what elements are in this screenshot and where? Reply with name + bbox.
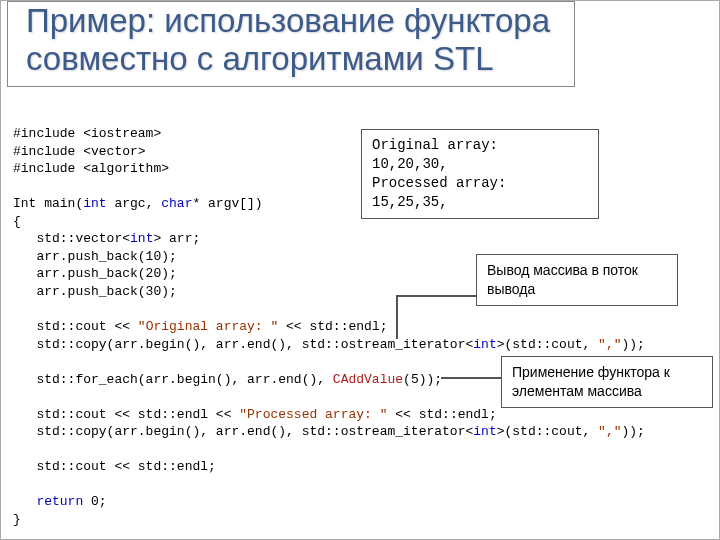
callout-text: Применение функтора к элементам массива: [512, 364, 670, 399]
callout-text: Вывод массива в поток вывода: [487, 262, 638, 297]
connector-line: [396, 295, 398, 339]
code-line: std::copy(arr.begin(), arr.end(), std::o…: [13, 337, 645, 352]
code-line: std::cout << "Original array: " << std::…: [13, 319, 387, 334]
code-line: std::copy(arr.begin(), arr.end(), std::o…: [13, 424, 645, 439]
slide-title: Пример: использование функтора совместно…: [26, 2, 556, 78]
code-block: #include <iostream> #include <vector> #i…: [13, 125, 707, 529]
output-box: Original array: 10,20,30, Processed arra…: [361, 129, 599, 219]
code-line: Int main(int argc, char* argv[]): [13, 196, 263, 211]
code-line: {: [13, 214, 21, 229]
code-line: return 0;: [13, 494, 107, 509]
code-line: }: [13, 512, 21, 527]
connector-line: [396, 295, 476, 297]
code-line: arr.push_back(30);: [13, 284, 177, 299]
callout-functor: Применение функтора к элементам массива: [501, 356, 713, 408]
code-line: std::vector<int> arr;: [13, 231, 200, 246]
content-area: #include <iostream> #include <vector> #i…: [13, 125, 707, 529]
output-line: Processed array:: [372, 174, 588, 193]
title-box: Пример: использование функтора совместно…: [7, 1, 575, 87]
code-line: #include <algorithm>: [13, 161, 169, 176]
code-line: arr.push_back(20);: [13, 266, 177, 281]
connector-line: [441, 377, 501, 379]
code-line: #include <iostream>: [13, 126, 161, 141]
code-line: std::cout << std::endl;: [13, 459, 216, 474]
code-line: std::cout << std::endl << "Processed arr…: [13, 407, 497, 422]
output-line: 10,20,30,: [372, 155, 588, 174]
slide: Пример: использование функтора совместно…: [0, 0, 720, 540]
code-line: std::for_each(arr.begin(), arr.end(), CA…: [13, 372, 442, 387]
output-line: 15,25,35,: [372, 193, 588, 212]
output-line: Original array:: [372, 136, 588, 155]
code-line: #include <vector>: [13, 144, 146, 159]
callout-stream: Вывод массива в поток вывода: [476, 254, 678, 306]
code-line: arr.push_back(10);: [13, 249, 177, 264]
